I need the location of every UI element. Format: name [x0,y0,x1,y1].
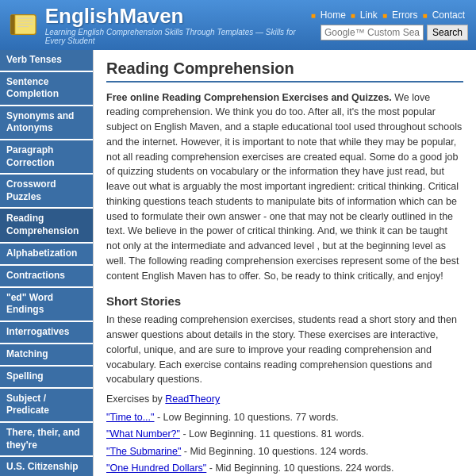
sidebar-item-11[interactable]: Spelling [0,367,93,389]
main-content: Reading Comprehension Free online Readin… [94,50,476,476]
sidebar-item-3[interactable]: Paragraph Correction [0,140,93,175]
sidebar-item-10[interactable]: Matching [0,344,93,367]
svg-rect-1 [11,15,15,35]
short-stories-desc: In these reading comprehension exercises… [106,313,463,387]
nav-links: ■ Home ■ Link ■ Errors ■ Contact [311,9,468,21]
sidebar-item-6[interactable]: Alphabetization [0,244,93,266]
exercise-desc-1: - Low Beginning. 11 questions. 81 words. [180,428,364,440]
layout: Verb TensesSentence CompletionSynonyms a… [0,50,476,476]
sidebar-item-7[interactable]: Contractions [0,266,93,288]
page-title: Reading Comprehension [106,60,463,83]
list-item: "One Hundred Dollars" - Mid Beginning. 1… [106,460,463,476]
exercise-desc-2: - Mid Beginning. 10 questions. 124 words… [181,446,368,457]
nav-bullet-4: ■ [423,11,428,20]
sidebar-item-5[interactable]: Reading Comprehension [0,209,93,243]
nav-bullet-1: ■ [311,11,316,20]
nav-home[interactable]: Home [317,9,349,21]
sidebar-item-4[interactable]: Crossword Puzzles [0,175,93,209]
header: EnglishMaven Learning English Comprehens… [0,0,476,50]
logo-icon [8,7,39,42]
search-bar: Search [321,25,468,40]
search-input[interactable] [321,25,424,40]
exercise-link-2[interactable]: "The Submarine" [106,446,181,457]
nav-bullet-2: ■ [351,11,355,20]
sidebar: Verb TensesSentence CompletionSynonyms a… [0,50,94,476]
exercise-list: "Time to..." - Low Beginning. 10 questio… [106,409,463,476]
list-item: "The Submarine" - Mid Beginning. 10 ques… [106,443,463,460]
header-right: ■ Home ■ Link ■ Errors ■ Contact Search [311,9,468,40]
short-stories-title: Short Stories [106,294,463,308]
sidebar-item-9[interactable]: Interrogatives [0,322,93,344]
readtheory-link[interactable]: ReadTheory [165,393,220,405]
nav-bullet-3: ■ [382,11,387,20]
exercise-link-0[interactable]: "Time to..." [106,412,155,423]
exercises-by: Exercises by ReadTheory [106,393,463,405]
sidebar-item-1[interactable]: Sentence Completion [0,72,93,106]
logo-area: EnglishMaven Learning English Comprehens… [8,5,311,45]
exercise-link-3[interactable]: "One Hundred Dollars" [106,463,206,474]
nav-contact[interactable]: Contact [429,9,468,21]
site-title: EnglishMaven [45,5,311,28]
exercise-desc-0: - Low Beginning. 10 questions. 77 words. [155,412,339,423]
sidebar-item-0[interactable]: Verb Tenses [0,50,93,72]
list-item: "What Number?" - Low Beginning. 11 quest… [106,426,463,443]
exercises-by-label: Exercises by [106,393,165,405]
exercise-desc-3: - Mid Beginning. 10 questions. 224 words… [206,463,393,474]
sidebar-item-14[interactable]: U.S. Citizenship [0,457,93,476]
list-item: "Time to..." - Low Beginning. 10 questio… [106,409,463,426]
sidebar-item-8[interactable]: "ed" Word Endings [0,288,93,322]
logo-text-area: EnglishMaven Learning English Comprehens… [45,5,311,45]
site-tagline: Learning English Comprehension Skills Th… [45,28,311,45]
nav-link[interactable]: Link [357,9,381,21]
sidebar-item-12[interactable]: Subject / Predicate [0,389,93,423]
nav-errors[interactable]: Errors [389,9,421,21]
sidebar-item-13[interactable]: There, their, and they're [0,423,93,457]
intro-paragraph: Free online Reading Comprehension Exerci… [106,90,463,284]
search-button[interactable]: Search [427,25,468,40]
sidebar-item-2[interactable]: Synonyms and Antonyms [0,106,93,140]
exercise-link-1[interactable]: "What Number?" [106,428,180,440]
